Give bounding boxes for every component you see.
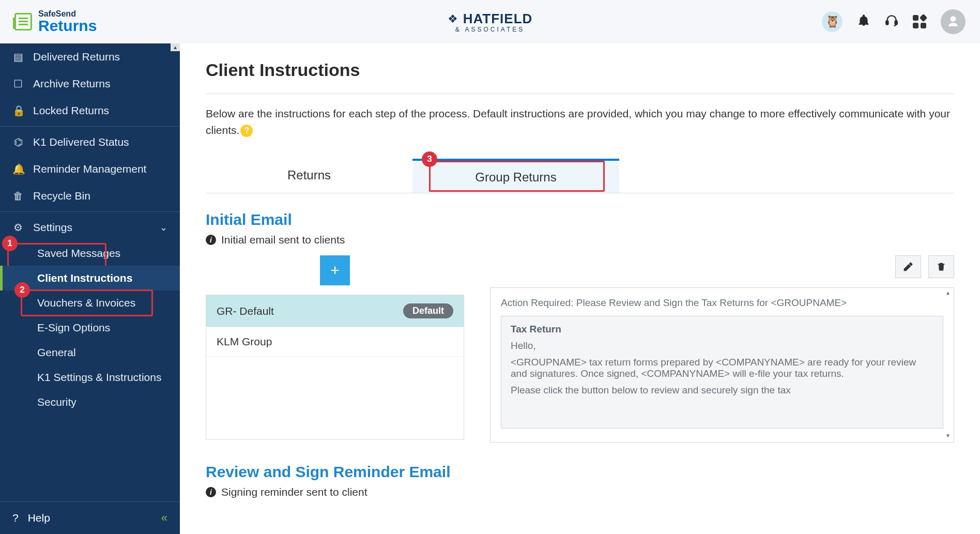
sidebar-item-reminder-management[interactable]: 🔔 Reminder Management [0, 156, 180, 182]
support-icon[interactable] [885, 13, 898, 30]
archive-icon: ☐ [12, 78, 24, 90]
collapse-sidebar-icon[interactable]: « [161, 511, 167, 525]
sidebar-item-label: Archive Returns [33, 78, 110, 90]
sidebar-item-archive-returns[interactable]: ☐ Archive Returns [0, 70, 180, 97]
assistant-icon[interactable]: 🦉 [822, 11, 843, 32]
info-icon: i [206, 487, 216, 497]
template-name: KLM Group [217, 335, 272, 348]
template-item-klm-group[interactable]: KLM Group [206, 327, 464, 357]
main-content: Client Instructions Below are the instru… [180, 43, 980, 534]
sidebar-item-label: K1 Delivered Status [33, 136, 129, 148]
template-list-column: + GR- Default Default KLM Group [206, 255, 464, 440]
default-badge: Default [403, 303, 453, 318]
sidebar-item-label: Recycle Bin [33, 190, 90, 202]
preview-subject: Action Required: Please Review and Sign … [501, 295, 943, 316]
callout-box-1 [7, 243, 106, 269]
scroll-down-icon[interactable]: ▼ [944, 433, 952, 440]
tab-returns[interactable]: Returns [206, 159, 412, 193]
sidebar-sub-general[interactable]: General [0, 340, 180, 365]
section-review-reminder-desc: Signing reminder sent to client [221, 486, 368, 498]
callout-number-2: 2 [14, 282, 30, 298]
sidebar-footer: ? Help « [0, 501, 180, 534]
product-name-big: Returns [38, 18, 97, 34]
brand-name: HATFIELD [463, 11, 533, 27]
sidebar-sub-security[interactable]: Security [0, 390, 180, 415]
document-icon: ▤ [12, 51, 24, 63]
lock-icon: 🔒 [12, 104, 24, 117]
topbar: SafeSend Returns ❖ HATFIELD & ASSOCIATES… [0, 0, 980, 43]
tabs: Returns Group Returns 3 [206, 159, 954, 193]
section-initial-email-desc: Initial email sent to clients [221, 234, 345, 246]
template-item-gr-default[interactable]: GR- Default Default [206, 295, 464, 327]
page-title: Client Instructions [206, 60, 954, 80]
brand-subtitle: & ASSOCIATES [448, 26, 533, 33]
svg-rect-0 [886, 21, 888, 25]
help-icon: ? [12, 512, 19, 524]
callout-number-1: 1 [2, 236, 18, 251]
sidebar-item-recycle-bin[interactable]: 🗑 Recycle Bin [0, 182, 180, 209]
preview-body-p2: Please click the button below to review … [511, 385, 933, 396]
preview-body-heading: Tax Return [511, 324, 561, 334]
sidebar-item-settings[interactable]: ⚙ Settings ⌄ [0, 214, 180, 241]
preview-body-p1: <GROUPNAME> tax return forms prepared by… [511, 357, 933, 379]
product-logo[interactable]: SafeSend Returns [14, 10, 97, 34]
user-avatar[interactable] [941, 9, 966, 34]
trash-icon: 🗑 [12, 190, 24, 202]
sidebar-item-locked-returns[interactable]: 🔒 Locked Returns [0, 97, 180, 124]
sidebar-item-label: Settings [33, 221, 72, 234]
delete-template-button[interactable] [928, 255, 954, 278]
sidebar-item-label: Reminder Management [33, 163, 146, 175]
callout-number-3: 3 [422, 151, 437, 167]
sidebar-item-k1-status[interactable]: ⌬ K1 Delivered Status [0, 129, 180, 156]
preview-scrollbar[interactable]: ▲ ▼ [944, 290, 952, 440]
template-name: GR- Default [217, 305, 274, 317]
dashboard-icon: ⌬ [12, 136, 24, 148]
chevron-down-icon: ⌄ [160, 222, 167, 233]
returns-icon [14, 13, 32, 30]
template-preview-column: Action Required: Please Review and Sign … [490, 255, 954, 443]
sidebar-sub-k1-settings[interactable]: K1 Settings & Instructions [0, 365, 180, 390]
gear-icon: ⚙ [12, 221, 24, 234]
template-list: GR- Default Default KLM Group [206, 295, 464, 440]
sidebar-item-label: Delivered Returns [33, 51, 120, 63]
section-review-reminder-title: Review and Sign Reminder Email [206, 463, 954, 481]
notifications-icon[interactable] [857, 13, 870, 30]
svg-rect-1 [895, 21, 897, 25]
sidebar-item-label: Locked Returns [33, 104, 109, 117]
edit-template-button[interactable] [895, 255, 921, 278]
brand-icon: ❖ [448, 12, 458, 25]
add-template-button[interactable]: + [320, 255, 350, 285]
scroll-up-icon[interactable]: ▲ [944, 290, 952, 297]
sidebar: ▲ ▤ Delivered Returns ☐ Archive Returns … [0, 43, 180, 534]
callout-box-2 [21, 289, 153, 316]
sidebar-sub-esign[interactable]: E-Sign Options [0, 315, 180, 340]
sidebar-scroll-up-icon[interactable]: ▲ [171, 43, 180, 51]
tab-group-returns[interactable]: Group Returns [412, 159, 619, 193]
page-description-text: Below are the instructions for each step… [206, 108, 950, 136]
preview-body[interactable]: Tax Return Hello, <GROUPNAME> tax return… [501, 316, 943, 429]
sidebar-help-label[interactable]: Help [28, 512, 50, 524]
tenant-brand: ❖ HATFIELD & ASSOCIATES [448, 11, 533, 33]
page-description: Below are the instructions for each step… [206, 105, 954, 138]
sidebar-item-delivered-returns[interactable]: ▤ Delivered Returns [0, 43, 180, 70]
apps-icon[interactable] [913, 15, 926, 28]
template-preview: Action Required: Please Review and Sign … [490, 287, 954, 443]
bell-icon: 🔔 [12, 163, 24, 175]
info-icon: i [206, 235, 216, 245]
preview-body-hello: Hello, [511, 340, 933, 352]
help-tooltip-icon[interactable]: ? [240, 125, 253, 137]
section-initial-email-title: Initial Email [206, 211, 954, 228]
